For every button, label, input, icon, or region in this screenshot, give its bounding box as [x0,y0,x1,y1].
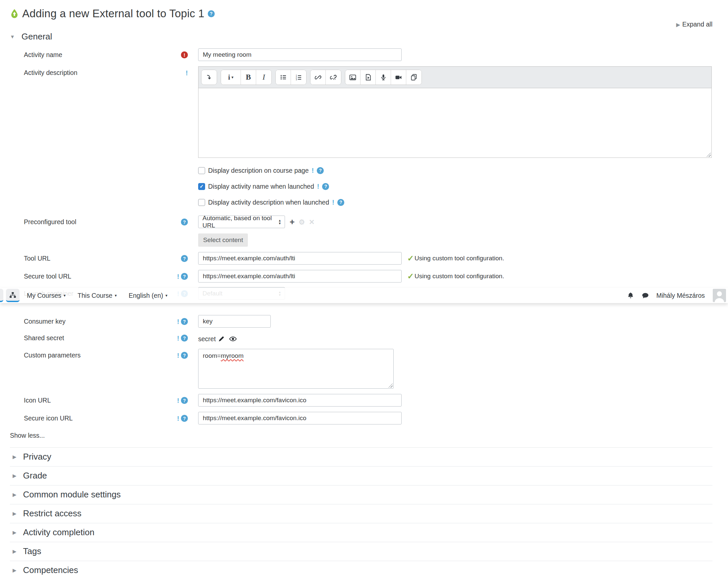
row-icon-url: Icon URL ! ? [10,394,712,407]
add-tool-icon[interactable]: + [290,218,295,226]
preconfigured-tool-select[interactable]: Automatic, based on tool URL ▴▾ [198,215,285,228]
chat-icon[interactable] [641,292,649,299]
help-icon[interactable]: ? [181,273,188,280]
preconfigured-tool-value: Automatic, based on tool URL [203,214,279,229]
section-common-module-settings[interactable]: ▶Common module settings [10,486,712,505]
select-arrows-icon: ▴▾ [279,219,281,225]
chevron-right-icon: ▶ [12,548,17,554]
help-icon[interactable]: ? [181,335,188,342]
paragraph-style-icon[interactable]: i▾ [221,70,241,85]
help-icon[interactable]: ? [181,415,188,422]
unordered-list-icon[interactable] [276,70,291,85]
display-description-checkbox[interactable] [198,167,205,174]
tool-url-label: Tool URL [24,255,50,262]
sitemap-icon[interactable] [6,289,20,302]
collapsed-sections: ▶Privacy ▶Grade ▶Common module settings … [10,447,712,576]
advanced-icon: ! [177,397,179,404]
section-activity-completion[interactable]: ▶Activity completion [10,523,712,542]
unlink-icon[interactable] [326,70,341,85]
help-icon[interactable]: ? [181,318,188,325]
display-activity-description-checkbox[interactable] [198,199,205,206]
advanced-icon: ! [317,183,320,190]
page: Adding a new External tool to Topic 1 ? … [0,0,728,576]
media-icon[interactable] [361,70,376,85]
row-shared-secret: Shared secret ! ? secret [10,333,712,343]
sticky-navbar: My Courses▾ This Course▾ English (en)▾ [0,288,728,303]
shared-secret-value: secret [198,335,216,343]
advanced-icon: ! [177,335,179,342]
section-restrict-access[interactable]: ▶Restrict access [10,505,712,523]
nav-my-courses[interactable]: My Courses▾ [27,292,66,299]
user-name[interactable]: Mihály Mészáros [657,292,705,299]
tool-url-input[interactable] [198,252,402,265]
bell-icon[interactable] [627,292,634,299]
activity-name-input[interactable] [198,49,402,61]
editor-toolbar: i▾ B I [198,66,712,88]
section-competencies[interactable]: ▶Competencies [10,561,712,576]
display-description-label: Display description on course page [208,167,309,174]
section-grade[interactable]: ▶Grade [10,467,712,486]
help-icon[interactable]: ? [208,10,215,17]
ordered-list-icon[interactable]: 1 2 3 [291,70,306,85]
consumer-key-input[interactable] [198,315,271,328]
svg-text:3: 3 [296,78,297,81]
secure-icon-url-label: Secure icon URL [24,414,72,422]
gear-icon: ⚙ [299,219,305,226]
manage-files-icon[interactable] [406,70,422,85]
custom-parameters-textarea[interactable]: room=myroom [198,349,394,388]
help-icon[interactable]: ? [181,255,188,262]
page-header: Adding a new External tool to Topic 1 ? [10,7,712,20]
help-icon[interactable]: ? [181,219,188,226]
display-activity-name-label: Display activity name when launched [208,183,314,190]
advanced-icon: ! [177,318,179,325]
select-content-button[interactable]: Select content [198,233,248,247]
collapse-toolbar-icon[interactable] [202,70,217,85]
nav-button-partial[interactable] [0,289,3,302]
editor-content-area[interactable] [198,88,712,158]
resize-handle[interactable] [706,152,711,157]
advanced-icon: ! [186,69,188,76]
nav-this-course[interactable]: This Course▾ [78,292,117,299]
secure-tool-url-input[interactable] [198,270,402,283]
help-icon[interactable]: ? [337,199,344,206]
icon-url-input[interactable] [198,394,402,407]
italic-icon[interactable]: I [256,70,271,85]
help-icon[interactable]: ? [181,352,188,359]
resize-handle[interactable] [388,383,393,387]
eye-icon[interactable] [229,335,237,343]
edit-pencil-icon[interactable] [218,336,225,342]
record-video-icon[interactable] [391,70,406,85]
section-privacy[interactable]: ▶Privacy [10,448,712,467]
help-icon[interactable]: ? [181,397,188,404]
page-title: Adding a new External tool to Topic 1 [22,7,205,20]
link-icon[interactable] [310,70,326,85]
nav-language[interactable]: English (en)▾ [128,292,167,299]
chevron-right-icon: ▶ [676,22,680,28]
row-preconfigured-tool: Preconfigured tool ? Automatic, based on… [10,215,712,247]
secure-icon-url-input[interactable] [198,412,402,425]
record-audio-icon[interactable] [376,70,391,85]
help-icon[interactable]: ? [322,183,329,190]
row-activity-description: Activity description ! i▾ [10,66,712,158]
section-general-label: General [22,31,52,42]
section-general[interactable]: ▼ General [10,31,712,42]
advanced-icon: ! [177,273,179,280]
avatar[interactable] [713,289,726,302]
image-icon[interactable] [345,70,361,85]
tool-url-status: ✓ Using custom tool configuration. [407,254,504,263]
help-icon[interactable]: ? [317,167,324,174]
row-display-activity-name: ✓ Display activity name when launched ! … [198,182,712,191]
chevron-right-icon: ▶ [12,454,17,460]
bold-icon[interactable]: B [241,70,256,85]
activity-description-label: Activity description [24,69,77,77]
chevron-right-icon: ▶ [12,529,17,536]
delete-icon: ✕ [309,219,315,226]
display-activity-name-checkbox[interactable]: ✓ [198,183,205,190]
section-tags[interactable]: ▶Tags [10,542,712,561]
activity-name-label: Activity name [24,51,62,59]
expand-all[interactable]: ▶Expand all [10,21,712,28]
row-tool-url: Tool URL ? ✓ Using custom tool configura… [10,252,712,265]
advanced-icon: ! [312,167,314,174]
launch-container-area: Launch container ! ? Default ▴▾ [10,287,712,309]
show-less-link[interactable]: Show less... [10,432,712,444]
